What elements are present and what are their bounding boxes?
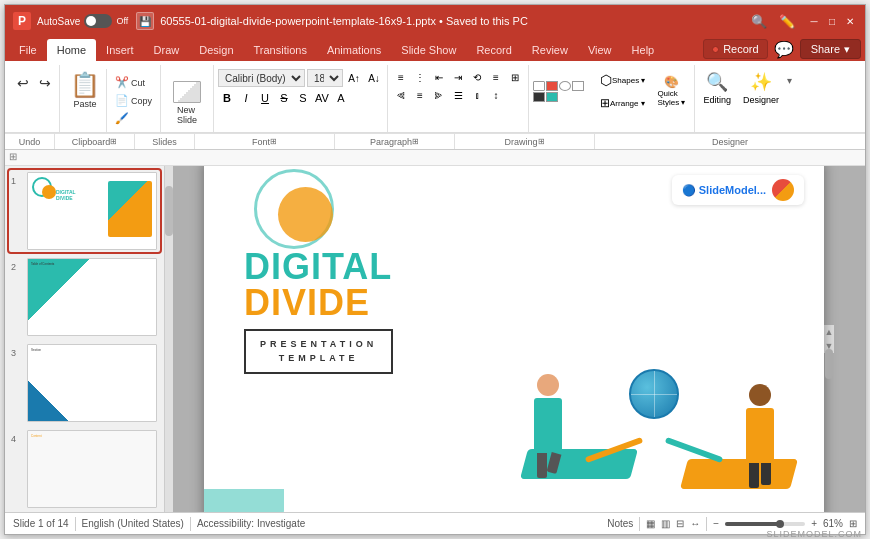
slide-preview-4: Content	[27, 430, 157, 508]
font-name-row: Calibri (Body) 18 A↑ A↓	[218, 69, 383, 87]
share-button[interactable]: Share ▾	[800, 39, 861, 59]
strikethrough-button[interactable]: S	[275, 89, 293, 107]
globe-icon	[629, 369, 679, 419]
tab-slideshow[interactable]: Slide Show	[391, 39, 466, 61]
tab-design[interactable]: Design	[189, 39, 243, 61]
shape-swatch[interactable]	[559, 81, 571, 91]
zoom-level[interactable]: 61%	[823, 518, 843, 529]
editing-button[interactable]: 🔍 Editing	[699, 69, 735, 107]
line-spacing-button[interactable]: ↕	[487, 87, 505, 103]
zoom-slider[interactable]	[725, 522, 805, 526]
tab-help[interactable]: Help	[622, 39, 665, 61]
ribbon-group-labels: Undo Clipboard ⊞ Slides Font ⊞ Paragraph…	[5, 133, 865, 149]
shadow-button[interactable]: S	[294, 89, 312, 107]
align-text-button[interactable]: ≡	[487, 69, 505, 85]
convert-smartart-button[interactable]: ⊞	[506, 69, 524, 85]
fig-right-leg1	[749, 463, 759, 488]
bold-button[interactable]: B	[218, 89, 236, 107]
copy-button[interactable]: 📄Copy	[111, 92, 156, 109]
close-button[interactable]: ✕	[843, 14, 857, 28]
designer-button[interactable]: ✨ Designer	[739, 69, 783, 107]
right-scrollbar[interactable]: ▲ ▼	[824, 325, 834, 353]
shape-swatch[interactable]	[533, 81, 545, 91]
number-list-button[interactable]: ⋮	[411, 69, 429, 85]
view-normal-icon[interactable]: ▦	[646, 518, 655, 529]
zoom-in-button[interactable]: +	[811, 518, 817, 529]
slide-thumbnail-4[interactable]: 4 Content	[9, 428, 160, 510]
increase-font-size-button[interactable]: A↑	[345, 69, 363, 87]
view-slide-icon[interactable]: ▥	[661, 518, 670, 529]
shapes-button[interactable]: ⬡ Shapes ▾	[595, 69, 650, 91]
decrease-font-size-button[interactable]: A↓	[365, 69, 383, 87]
cut-button[interactable]: ✂️Cut	[111, 74, 156, 91]
shape-swatch[interactable]	[533, 92, 545, 102]
fit-to-window-button[interactable]: ⊞	[849, 518, 857, 529]
main-slide[interactable]: 🔵 SlideModel... DIGITAL DIVIDE PRESENTAT…	[204, 166, 824, 512]
indent-increase-button[interactable]: ⇥	[449, 69, 467, 85]
font-size-select[interactable]: 18	[307, 69, 343, 87]
zoom-out-button[interactable]: −	[713, 518, 719, 529]
record-button[interactable]: Record	[703, 39, 767, 59]
tab-record[interactable]: Record	[466, 39, 521, 61]
shape-swatch[interactable]	[572, 81, 584, 91]
ribbon-expand-button[interactable]: ▾	[787, 75, 792, 86]
quick-styles-button[interactable]: 🎨 QuickStyles ▾	[652, 72, 690, 110]
save-icon[interactable]: 💾	[136, 12, 154, 30]
slide-preview-3: Section	[27, 344, 157, 422]
font-group-label: Font ⊞	[195, 134, 335, 149]
arrange-button[interactable]: ⊞ Arrange ▾	[595, 93, 650, 113]
shape-swatch[interactable]	[546, 81, 558, 91]
font-color-button[interactable]: A	[332, 89, 350, 107]
tab-review[interactable]: Review	[522, 39, 578, 61]
tab-insert[interactable]: Insert	[96, 39, 144, 61]
minimize-button[interactable]: ─	[807, 14, 821, 28]
tab-draw[interactable]: Draw	[144, 39, 190, 61]
autosave-toggle[interactable]	[84, 14, 112, 28]
slide-panel-scrollbar[interactable]	[165, 166, 173, 512]
notes-button[interactable]: Notes	[607, 518, 633, 529]
format-painter-button[interactable]: 🖌️	[111, 110, 156, 127]
tab-home[interactable]: Home	[47, 39, 96, 61]
slide-thumbnail-2[interactable]: 2 Table of Contents	[9, 256, 160, 338]
edit-icon[interactable]: ✏️	[775, 9, 799, 33]
tab-file[interactable]: File	[9, 39, 47, 61]
font-group: Calibri (Body) 18 A↑ A↓ B I U S S AV A	[214, 65, 388, 132]
share-label: Share	[811, 43, 840, 55]
language-status[interactable]: English (United States)	[82, 518, 184, 529]
tab-animations[interactable]: Animations	[317, 39, 391, 61]
slide-thumbnail-1[interactable]: 1 DIGITALDIVIDE	[9, 170, 160, 252]
paste-button[interactable]: 📋 Paste	[64, 69, 107, 132]
record-dot	[712, 46, 719, 53]
slide-thumbnail-3[interactable]: 3 Section	[9, 342, 160, 424]
record-label: Record	[723, 43, 758, 55]
justify-button[interactable]: ☰	[449, 87, 467, 103]
align-left-button[interactable]: ⫷	[392, 87, 410, 103]
char-spacing-button[interactable]: AV	[313, 89, 331, 107]
tab-transitions[interactable]: Transitions	[244, 39, 317, 61]
view-slideshow-icon[interactable]: ↔	[690, 518, 700, 529]
columns-button[interactable]: ⫾	[468, 87, 486, 103]
shape-swatch[interactable]	[546, 92, 558, 102]
text-direction-button[interactable]: ⟲	[468, 69, 486, 85]
comment-button[interactable]: 💬	[768, 40, 800, 59]
accessibility-status[interactable]: Accessibility: Investigate	[197, 518, 305, 529]
new-slide-button[interactable]: NewSlide	[165, 79, 209, 127]
status-divider3	[639, 517, 640, 531]
search-icon[interactable]: 🔍	[747, 9, 771, 33]
tab-view[interactable]: View	[578, 39, 622, 61]
italic-button[interactable]: I	[237, 89, 255, 107]
align-right-button[interactable]: ⫸	[430, 87, 448, 103]
underline-button[interactable]: U	[256, 89, 274, 107]
globe-vertical-line	[654, 371, 655, 417]
bullet-list-button[interactable]: ≡	[392, 69, 410, 85]
redo-button[interactable]: ↪	[35, 73, 55, 93]
maximize-button[interactable]: □	[825, 14, 839, 28]
deco-circle-filled	[278, 187, 333, 242]
align-center-button[interactable]: ≡	[411, 87, 429, 103]
view-reading-icon[interactable]: ⊟	[676, 518, 684, 529]
bottom-teal-deco	[204, 489, 284, 512]
indent-decrease-button[interactable]: ⇤	[430, 69, 448, 85]
font-family-select[interactable]: Calibri (Body)	[218, 69, 305, 87]
right-scroll-thumb[interactable]	[825, 349, 833, 379]
undo-button[interactable]: ↩	[13, 73, 33, 93]
